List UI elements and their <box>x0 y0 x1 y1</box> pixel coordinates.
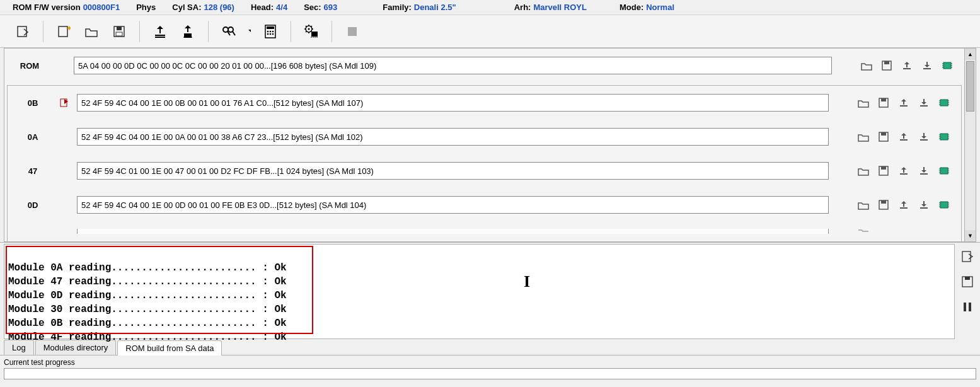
svg-rect-63 <box>969 303 971 311</box>
module-area: ROM 0B 0A <box>0 48 980 242</box>
svg-rect-56 <box>923 201 925 204</box>
search-dropdown-button[interactable] <box>244 20 255 43</box>
upload-icon[interactable] <box>897 224 911 238</box>
save-icon[interactable] <box>880 59 894 72</box>
upload-icon[interactable] <box>897 198 911 212</box>
svg-rect-55 <box>900 207 908 209</box>
open-icon[interactable] <box>860 59 873 72</box>
save-icon[interactable] <box>877 164 891 178</box>
svg-rect-35 <box>923 99 925 102</box>
module-row: 0A <box>8 120 961 154</box>
export-doc-button[interactable] <box>10 20 35 43</box>
chip-icon[interactable] <box>937 224 951 238</box>
mode-label: Mode: <box>620 3 643 12</box>
rom-fw-label: ROM F/W version <box>13 3 81 12</box>
svg-rect-25 <box>906 64 908 67</box>
chip-icon[interactable] <box>937 198 951 212</box>
svg-rect-44 <box>940 134 948 140</box>
module-scrollbar[interactable]: ▲ ▼ <box>965 48 976 242</box>
run-track-button[interactable] <box>147 20 173 43</box>
download-icon[interactable] <box>917 130 931 144</box>
scroll-down-button[interactable]: ▼ <box>965 230 976 241</box>
svg-rect-6 <box>159 29 161 33</box>
new-doc-button[interactable]: ✦ <box>51 20 76 43</box>
svg-rect-51 <box>940 168 948 174</box>
open-icon[interactable] <box>856 130 870 144</box>
save-icon[interactable] <box>877 224 891 238</box>
svg-rect-41 <box>900 139 908 141</box>
progress-label: Current test progress <box>0 355 980 368</box>
svg-rect-53 <box>881 200 886 204</box>
chip-icon[interactable] <box>937 164 951 178</box>
save-log-button[interactable] <box>960 274 975 289</box>
chip-settings-button[interactable] <box>299 20 324 43</box>
svg-point-16 <box>267 33 269 35</box>
svg-rect-42 <box>923 133 925 136</box>
chip-icon[interactable] <box>937 96 951 110</box>
open-folder-button[interactable] <box>79 20 104 43</box>
module-data-field[interactable] <box>77 196 829 214</box>
svg-rect-0 <box>18 26 26 37</box>
open-icon[interactable] <box>856 164 870 178</box>
search-button[interactable] <box>216 20 241 43</box>
log-area-wrap: Module 0A reading.......................… <box>0 242 980 339</box>
cylsa-label: Cyl SA: <box>172 3 201 12</box>
download-icon[interactable] <box>917 96 931 110</box>
module-data-field[interactable] <box>77 162 829 180</box>
svg-rect-39 <box>881 132 886 136</box>
calculator-button[interactable] <box>258 20 283 43</box>
download-icon[interactable] <box>917 164 931 178</box>
module-id-label: 0B <box>14 98 52 108</box>
open-icon[interactable] <box>856 198 870 212</box>
pause-log-button[interactable] <box>960 299 975 315</box>
flag-icon <box>59 98 69 108</box>
svg-rect-4 <box>117 26 122 30</box>
tab-rom-build[interactable]: ROM build from SA data <box>117 340 222 355</box>
svg-rect-5 <box>116 32 122 36</box>
sec-value: 693 <box>324 3 338 12</box>
svg-rect-57 <box>920 207 928 209</box>
svg-rect-37 <box>940 100 948 106</box>
download-icon[interactable] <box>917 224 931 238</box>
scroll-thumb[interactable] <box>966 61 974 112</box>
module-data-field[interactable] <box>77 94 829 112</box>
run-chip-button[interactable] <box>175 20 200 43</box>
open-icon[interactable] <box>856 224 870 238</box>
upload-icon[interactable] <box>897 130 911 144</box>
head-label: Head: <box>251 3 274 12</box>
upload-icon[interactable] <box>897 164 911 178</box>
upload-icon[interactable] <box>897 96 911 110</box>
save-icon[interactable] <box>877 198 891 212</box>
save-icon[interactable] <box>877 96 891 110</box>
save-button[interactable] <box>107 20 132 43</box>
svg-rect-27 <box>926 62 928 65</box>
svg-text:✦: ✦ <box>66 25 71 33</box>
stop-button[interactable] <box>340 20 365 43</box>
module-id-label: 47 <box>14 166 52 176</box>
chip-icon[interactable] <box>937 130 951 144</box>
svg-rect-29 <box>943 62 951 69</box>
module-row: 0D <box>8 188 961 222</box>
rom-data-field[interactable] <box>74 57 832 74</box>
sec-label: Sec: <box>304 3 321 12</box>
rom-row: ROM <box>4 49 964 83</box>
save-icon[interactable] <box>877 130 891 144</box>
info-bar: ROM F/W version 000800F1 Phys Cyl SA: 12… <box>0 0 980 15</box>
svg-rect-59 <box>962 251 971 262</box>
module-data-field[interactable] <box>77 128 829 146</box>
download-icon[interactable] <box>920 59 934 72</box>
svg-point-13 <box>267 30 269 32</box>
open-icon[interactable] <box>856 96 870 110</box>
svg-rect-49 <box>923 167 925 170</box>
export-log-button[interactable] <box>960 249 975 264</box>
download-icon[interactable] <box>917 198 931 212</box>
upload-icon[interactable] <box>900 59 914 72</box>
progress-bar <box>4 368 976 379</box>
svg-point-17 <box>270 33 272 35</box>
family-value: Denali 2.5" <box>414 3 456 12</box>
svg-point-18 <box>272 33 274 35</box>
log-output[interactable]: Module 0A reading.......................… <box>4 244 955 339</box>
scroll-up-button[interactable]: ▲ <box>965 49 976 60</box>
chip-icon[interactable] <box>940 59 954 72</box>
head-value: 4/4 <box>276 3 287 12</box>
